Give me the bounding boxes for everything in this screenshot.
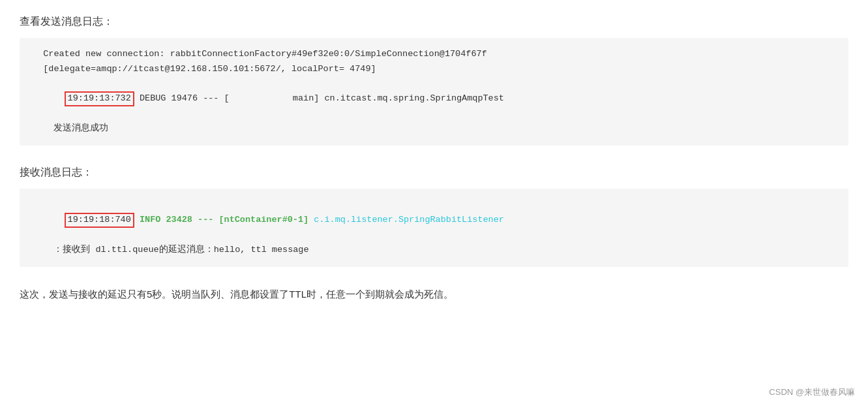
receive-log-box: 19:19:18:740 INFO 23428 --- [ntContainer…: [20, 189, 848, 267]
conclusion-text: 这次，发送与接收的延迟只有5秒。说明当队列、消息都设置了TTL时，任意一个到期就…: [20, 287, 848, 302]
send-log-line-3: 19:19:13:732 DEBUG 19476 --- [ main] cn.…: [33, 76, 835, 121]
send-log-box: Created new connection: rabbitConnection…: [20, 38, 848, 146]
receive-class-text: c.i.mq.listener.SpringRabbitListener: [314, 215, 504, 225]
send-log-line-4: 发送消息成功: [33, 121, 835, 136]
send-log-line-2: [delegate=amqp://itcast@192.168.150.101:…: [33, 62, 835, 77]
send-debug-text: DEBUG 19476 --- [ main] cn.itcast.mq.spr…: [134, 93, 504, 103]
send-section-title: 查看发送消息日志：: [20, 13, 848, 30]
receive-timestamp-badge: 19:19:18:740: [65, 213, 134, 228]
receive-log-line-1: 19:19:18:740 INFO 23428 --- [ntContainer…: [33, 198, 835, 243]
receive-log-line-2: ：接收到 dl.ttl.queue的延迟消息：hello, ttl messag…: [33, 243, 835, 258]
receive-info-text: INFO 23428 --- [ntContainer#0-1]: [134, 215, 314, 225]
receive-section: 接收消息日志： 19:19:18:740 INFO 23428 --- [ntC…: [20, 164, 848, 266]
send-timestamp-badge: 19:19:13:732: [65, 91, 134, 106]
receive-section-title: 接收消息日志：: [20, 164, 848, 181]
send-log-line-1: Created new connection: rabbitConnection…: [33, 47, 835, 62]
footer-credit: CSDN @来世做春风嘛: [769, 386, 855, 399]
send-section: 查看发送消息日志： Created new connection: rabbit…: [20, 13, 848, 146]
